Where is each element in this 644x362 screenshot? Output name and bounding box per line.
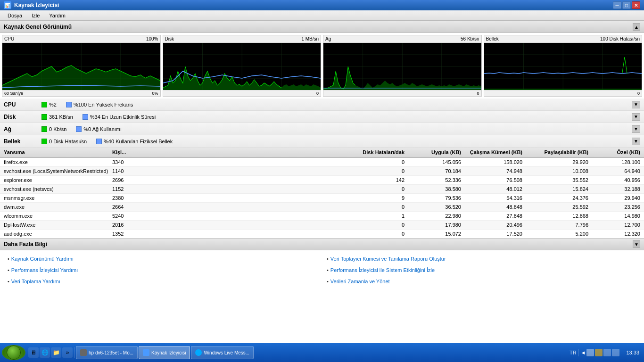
table-row[interactable]: explorer.exe 2696 142 52.336 76.508 35.5… <box>0 176 644 185</box>
windows-orb <box>7 346 21 360</box>
ql-more-button[interactable]: » <box>62 347 73 358</box>
col-apply[interactable]: Uygula (KB) <box>406 148 463 156</box>
network-chart-max: 56 Kb/sn <box>461 36 479 41</box>
cell-disk: 142 <box>148 176 406 184</box>
disk-chart-label: Disk <box>165 36 174 41</box>
taskbar-btn-messenger[interactable]: Windows Live Mess... <box>191 346 254 359</box>
memory-chart-header: Bellek 100 Disk Hatası/sn <box>484 35 642 43</box>
cell-pid: 2016 <box>110 221 148 229</box>
info-link-left[interactable]: Kaynak Görünümü Yardımı <box>8 254 317 263</box>
minimize-button[interactable]: ─ <box>613 1 621 9</box>
table-row[interactable]: msnmsgr.exe 2380 9 79.536 54.316 24.376 … <box>0 194 644 203</box>
cell-name: svchost.exe (LocalSystemNetworkRestricte… <box>2 167 110 175</box>
ql-folder-button[interactable]: 📁 <box>51 347 61 358</box>
cpu-chart-max: 100% <box>146 36 158 41</box>
cell-pid: 2380 <box>110 194 148 202</box>
system-tray: ◄ <box>578 349 622 356</box>
cell-working: 74.948 <box>463 167 524 175</box>
cell-apply: 52.336 <box>406 176 463 184</box>
info-link-left[interactable]: Performans İzleyicisi Yardımı <box>8 265 317 275</box>
info-link-right[interactable]: Performans İzleyicisi ile Sistem Etkinli… <box>327 265 636 275</box>
table-row[interactable]: wlcomm.exe 5240 1 22.980 27.848 12.868 1… <box>0 212 644 221</box>
info-section: Kaynak Görünümü YardımıVeri Toplayıcı Kü… <box>0 250 644 290</box>
memory-stat2: %40 Kullanılan Fiziksel Bellek <box>96 139 173 144</box>
more-info-header[interactable]: Daha Fazla Bilgi ▼ <box>0 238 644 250</box>
cell-shareable: 35.552 <box>524 176 590 184</box>
cell-disk: 1 <box>148 212 406 220</box>
disk-green-dot <box>41 114 47 120</box>
network-stat2-value: %0 Ağ Kullanımı <box>83 126 122 132</box>
network-footer-right: 0 <box>477 91 479 96</box>
disk-status-row[interactable]: Disk 361 KB/sn %34 En Uzun Etkinlik Süre… <box>0 111 644 123</box>
info-link-right[interactable]: Veri Toplayıcı Kümesi ve Tanılama Raporu… <box>327 254 636 263</box>
more-info-toggle[interactable]: ▼ <box>633 240 640 248</box>
overview-section-header[interactable]: Kaynak Genel Görünümü ▲ <box>0 21 644 33</box>
cell-apply: 70.184 <box>406 167 463 175</box>
disk-toggle[interactable]: ▼ <box>632 113 640 121</box>
info-link-left[interactable]: Veri Toplama Yardımı <box>8 277 317 286</box>
maximize-button[interactable]: □ <box>622 1 631 9</box>
cpu-status-label: CPU <box>4 101 32 108</box>
cell-disk: 0 <box>148 230 406 238</box>
taskbar-btn-hp[interactable]: hp dv6-1235et - Mo... <box>76 346 138 359</box>
network-stat2: %0 Ağ Kullanımı <box>76 126 122 132</box>
col-shareable[interactable]: Paylaşılabilir (KB) <box>524 148 590 156</box>
cell-working: 17.520 <box>463 230 524 238</box>
window-controls[interactable]: ─ □ ✕ <box>613 1 640 9</box>
info-link-right[interactable]: Verileri Zamanla ve Yönet <box>327 277 636 286</box>
table-row[interactable]: dwm.exe 2664 0 36.520 48.848 25.592 23.2… <box>0 203 644 212</box>
info-links-grid: Kaynak Görünümü YardımıVeri Toplayıcı Kü… <box>8 254 636 286</box>
col-disk[interactable]: Disk Hataları/dak <box>148 148 406 156</box>
network-toggle[interactable]: ▼ <box>632 125 640 133</box>
cell-disk: 0 <box>148 203 406 211</box>
memory-chart-footer: 0 <box>484 90 642 96</box>
menu-yardim[interactable]: Yardım <box>45 12 69 19</box>
cell-name: wlcomm.exe <box>2 212 110 220</box>
memory-toggle[interactable]: ▼ <box>632 138 640 145</box>
menu-izle[interactable]: İzle <box>28 12 43 19</box>
cell-apply: 15.072 <box>406 230 463 238</box>
tray-icon-volume <box>612 349 619 356</box>
show-desktop-button[interactable]: 🖥 <box>28 347 39 358</box>
language-indicator: TR <box>570 350 577 355</box>
ql-ie-button[interactable]: 🌐 <box>40 347 50 358</box>
col-yansima[interactable]: Yansıma <box>2 148 110 156</box>
network-status-row[interactable]: Ağ 0 Kb/sn %0 Ağ Kullanımı ▼ <box>0 123 644 135</box>
col-private[interactable]: Özel (KB) <box>590 148 642 156</box>
cpu-green-dot <box>41 102 47 107</box>
memory-status-row[interactable]: Bellek 0 Disk Hatası/sn %40 Kullanılan F… <box>0 135 644 148</box>
network-status-label: Ağ <box>4 126 32 132</box>
tray-arrow[interactable]: ◄ <box>581 350 586 355</box>
cell-shareable: 7.796 <box>524 221 590 229</box>
menu-dosya[interactable]: Dosya <box>4 12 26 19</box>
cpu-footer-left: 60 Saniye <box>4 91 23 96</box>
table-row[interactable]: DpHostW.exe 2016 0 17.980 20.496 7.796 1… <box>0 221 644 230</box>
cpu-status-row[interactable]: CPU %2 %100 En Yüksek Frekans ▼ <box>0 99 644 111</box>
cell-name: msnmsgr.exe <box>2 194 110 202</box>
col-kisi[interactable]: Kişi... <box>110 148 148 156</box>
cell-working: 20.496 <box>463 221 524 229</box>
cell-pid: 1152 <box>110 185 148 193</box>
cell-private: 40.956 <box>590 176 642 184</box>
network-blue-dot <box>76 126 82 132</box>
clock-time: 13:33 <box>626 350 639 355</box>
table-row[interactable]: svchost.exe (netsvcs) 1152 0 38.580 48.0… <box>0 185 644 194</box>
table-row[interactable]: firefox.exe 3340 0 145.056 158.020 29.92… <box>0 158 644 167</box>
cell-private: 23.256 <box>590 203 642 211</box>
table-row[interactable]: svchost.exe (LocalSystemNetworkRestricte… <box>0 167 644 176</box>
taskbar-btn-kaynak[interactable]: Kaynak İzleyicisi <box>139 346 190 359</box>
table-row[interactable]: audiodg.exe 1352 0 15.072 17.520 5.200 1… <box>0 230 644 238</box>
cpu-toggle[interactable]: ▼ <box>632 101 640 108</box>
start-button[interactable] <box>2 345 25 360</box>
cell-name: DpHostW.exe <box>2 221 110 229</box>
col-working[interactable]: Çalışma Kümesi (KB) <box>463 148 524 156</box>
taskbar-btn-kaynak-label: Kaynak İzleyicisi <box>151 350 186 355</box>
cpu-stat1-value: %2 <box>49 102 57 107</box>
close-button[interactable]: ✕ <box>632 1 640 9</box>
cell-shareable: 24.376 <box>524 194 590 202</box>
overview-toggle[interactable]: ▲ <box>633 23 640 31</box>
cpu-chart-panel: CPU 100% <box>2 35 161 97</box>
clock[interactable]: 13:33 <box>623 350 642 355</box>
cell-pid: 2696 <box>110 176 148 184</box>
disk-chart-max: 1 MB/sn <box>301 36 319 41</box>
